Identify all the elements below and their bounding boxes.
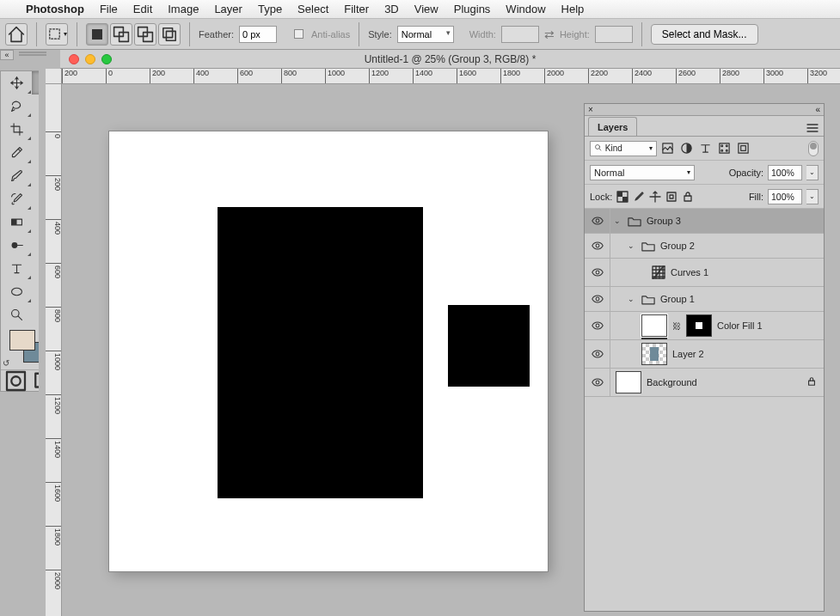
svg-point-38 [596, 271, 599, 274]
blend-mode-select[interactable]: Normal▾ [590, 165, 695, 180]
panel-menu-icon[interactable] [806, 123, 819, 136]
layer-row-colorfill1[interactable]: ⛓ Color Fill 1 [585, 312, 824, 340]
visibility-icon[interactable] [592, 268, 604, 277]
filter-shape-icon[interactable] [718, 142, 731, 155]
visibility-icon[interactable] [592, 217, 604, 225]
app-name[interactable]: Photoshop [26, 3, 84, 15]
menu-layer[interactable]: Layer [214, 3, 242, 15]
menu-view[interactable]: View [414, 3, 438, 15]
opacity-dropdown-icon[interactable]: ⌄ [806, 165, 819, 180]
zoom-window-button[interactable] [101, 54, 112, 64]
opacity-input[interactable]: 100% [768, 165, 802, 180]
disclosure-icon[interactable]: ⌄ [628, 295, 636, 303]
layer-thumbnail[interactable] [641, 343, 667, 365]
style-select[interactable]: Normal [397, 26, 454, 43]
shape-tool[interactable] [1, 280, 32, 303]
filter-smartobject-icon[interactable] [737, 142, 750, 155]
feather-input[interactable] [239, 26, 277, 43]
menu-select[interactable]: Select [297, 3, 328, 15]
collapse-toolbar-icon[interactable]: « [0, 50, 14, 60]
lasso-tool[interactable] [1, 95, 32, 118]
layer-row-curves1[interactable]: Curves 1 [585, 259, 824, 287]
select-and-mask-button[interactable]: Select and Mask... [651, 24, 758, 45]
layer-name[interactable]: Layer 2 [672, 349, 704, 359]
quick-mask-button[interactable] [1, 370, 31, 391]
layer-name[interactable]: Group 1 [660, 294, 695, 304]
brush-tool[interactable] [1, 164, 32, 187]
layer-name[interactable]: Group 3 [647, 216, 681, 226]
lock-artboard-icon[interactable] [665, 191, 678, 203]
layer-row-group3[interactable]: ⌄ Group 3 [585, 209, 824, 234]
menu-filter[interactable]: Filter [344, 3, 369, 15]
lock-pixels-icon[interactable] [633, 191, 645, 203]
filter-type-icon[interactable] [699, 142, 712, 155]
history-brush-tool[interactable] [1, 187, 32, 210]
tool-preset-picker[interactable]: ▾ [46, 23, 68, 46]
visibility-icon[interactable] [592, 241, 604, 250]
vertical-ruler[interactable]: 0200400600800100012001400160018002000 [46, 84, 62, 616]
layer-row-background[interactable]: Background [585, 369, 824, 397]
canvas[interactable] [109, 131, 548, 571]
menu-3d[interactable]: 3D [384, 3, 399, 15]
link-mask-icon[interactable]: ⛓ [672, 321, 681, 331]
lock-transparency-icon[interactable] [616, 191, 628, 203]
visibility-icon[interactable] [592, 350, 604, 358]
home-button[interactable] [5, 23, 28, 46]
type-tool[interactable] [1, 257, 32, 280]
layers-tab[interactable]: Layers [588, 117, 637, 136]
menu-edit[interactable]: Edit [133, 3, 152, 15]
visibility-icon[interactable] [592, 295, 604, 303]
swap-colors-icon[interactable]: ↺ [3, 358, 9, 368]
lock-position-icon[interactable] [649, 191, 661, 203]
layer-thumbnail[interactable] [616, 371, 641, 393]
minimize-window-button[interactable] [85, 54, 95, 64]
move-tool[interactable] [1, 71, 32, 95]
menu-window[interactable]: Window [506, 3, 545, 15]
zoom-tool[interactable] [1, 303, 32, 326]
layer-row-layer2[interactable]: Layer 2 [585, 340, 824, 369]
horizontal-ruler[interactable]: 2000200400600800100012001400160018002000… [62, 69, 840, 84]
dodge-tool[interactable] [1, 234, 32, 257]
close-window-button[interactable] [69, 54, 79, 64]
visibility-icon[interactable] [592, 378, 604, 387]
curves-adjustment-icon[interactable] [652, 265, 665, 279]
layer-name[interactable]: Background [647, 377, 697, 387]
toolbar-grip-icon[interactable] [19, 52, 46, 58]
svg-rect-6 [163, 27, 173, 37]
layer-row-group2[interactable]: ⌄ Group 2 [585, 234, 824, 259]
filter-adjustment-icon[interactable] [680, 142, 693, 155]
add-to-selection-button[interactable] [110, 23, 132, 46]
lock-all-icon[interactable] [682, 191, 694, 203]
intersect-selection-button[interactable] [158, 23, 181, 46]
menu-help[interactable]: Help [561, 3, 585, 15]
gradient-tool[interactable] [1, 210, 32, 234]
menu-image[interactable]: Image [168, 3, 199, 15]
menu-file[interactable]: File [100, 3, 118, 15]
layer-filter-kind-select[interactable]: Kind▾ [590, 141, 657, 156]
fill-input[interactable]: 100% [768, 189, 802, 204]
eyedropper-tool[interactable] [1, 141, 32, 164]
fill-dropdown-icon[interactable]: ⌄ [806, 189, 819, 204]
panel-close-icon[interactable]: × [588, 105, 593, 114]
svg-point-43 [596, 381, 599, 384]
foreground-color-swatch[interactable] [9, 330, 35, 351]
disclosure-icon[interactable]: ⌄ [628, 241, 636, 250]
crop-tool[interactable] [1, 118, 32, 141]
layer-name[interactable]: Curves 1 [671, 267, 708, 278]
layer-thumbnail[interactable] [641, 314, 667, 337]
new-selection-button[interactable] [86, 23, 108, 46]
svg-rect-12 [11, 219, 16, 225]
visibility-icon[interactable] [592, 321, 604, 330]
layer-row-group1[interactable]: ⌄ Group 1 [585, 287, 824, 312]
filter-pixel-icon[interactable] [661, 142, 674, 155]
filter-toggle[interactable] [808, 141, 819, 156]
menu-plugins[interactable]: Plugins [454, 3, 491, 15]
disclosure-icon[interactable]: ⌄ [614, 217, 622, 225]
layer-name[interactable]: Color Fill 1 [717, 320, 763, 331]
layer-mask-thumbnail[interactable] [686, 314, 712, 337]
panel-collapse-icon[interactable]: « [815, 105, 820, 114]
menu-type[interactable]: Type [258, 3, 282, 15]
layer-name[interactable]: Group 2 [660, 241, 695, 251]
subtract-from-selection-button[interactable] [134, 23, 156, 46]
ruler-origin[interactable] [46, 69, 62, 84]
